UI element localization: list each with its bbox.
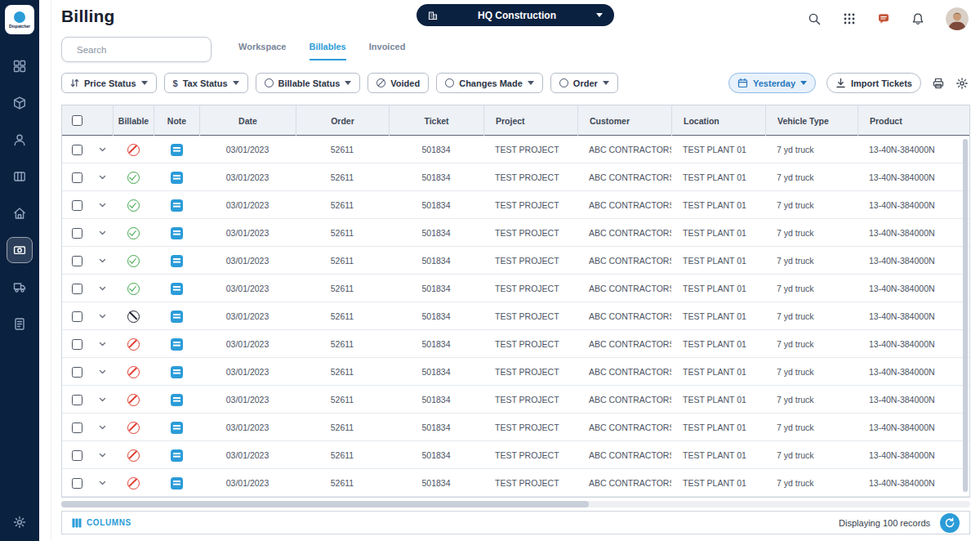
sidebar-item-customers[interactable] [7,127,32,152]
note-icon[interactable] [171,255,183,267]
note-icon[interactable] [171,283,183,295]
col-header-product[interactable]: Product [858,105,969,136]
col-header-location[interactable]: Location [671,105,765,136]
refresh-button[interactable] [940,513,960,533]
row-checkbox[interactable] [72,145,82,155]
expand-chevron-icon[interactable] [98,229,107,237]
col-header-project[interactable]: Project [483,105,577,136]
expand-chevron-icon[interactable] [98,451,107,459]
note-icon[interactable] [171,366,183,378]
col-header-ticket[interactable]: Ticket [389,105,483,136]
row-checkbox[interactable] [72,339,82,350]
note-icon[interactable] [171,311,183,323]
sidebar-item-orders[interactable] [7,91,32,115]
order-filter[interactable]: Order [550,73,618,93]
app-logo[interactable]: Dispatcher [5,5,34,34]
tab-billables[interactable]: Billables [310,42,346,60]
sidebar-item-billing[interactable] [7,238,32,262]
note-icon[interactable] [171,227,183,239]
search-input[interactable] [77,45,203,55]
print-icon[interactable] [932,77,945,90]
expand-chevron-icon[interactable] [98,257,107,265]
settings-gear-icon[interactable] [956,77,969,90]
table-row[interactable]: 03/01/2023 52611 501834 TEST PROJECT ABC… [62,386,969,414]
columns-button[interactable]: COLUMNS [72,518,131,528]
horizontal-scrollbar-track[interactable] [61,501,970,507]
table-row[interactable]: 03/01/2023 52611 501834 TEST PROJECT ABC… [62,275,969,302]
col-header-note[interactable]: Note [154,105,199,136]
tab-invoiced[interactable]: Invoiced [369,42,406,60]
col-header-date[interactable]: Date [199,105,296,136]
tax-status-filter[interactable]: $ Tax Status [164,73,248,93]
row-checkbox[interactable] [72,395,82,405]
col-header-vehicle-type[interactable]: Vehicle Type [765,105,858,136]
table-row[interactable]: 03/01/2023 52611 501834 TEST PROJECT ABC… [62,136,969,163]
note-icon[interactable] [171,449,183,462]
expand-chevron-icon[interactable] [98,145,107,154]
row-checkbox[interactable] [72,256,82,266]
note-icon[interactable] [171,199,183,212]
table-row[interactable]: 03/01/2023 52611 501834 TEST PROJECT ABC… [62,191,969,219]
expand-chevron-icon[interactable] [98,368,107,376]
import-tickets-button[interactable]: Import Tickets [826,73,921,93]
note-icon[interactable] [171,172,183,184]
sidebar-item-plants[interactable] [7,201,32,226]
horizontal-scrollbar-thumb[interactable] [61,501,589,507]
cell-order: 52611 [296,219,389,247]
notifications-bell-icon[interactable] [911,12,924,25]
expand-chevron-icon[interactable] [98,201,107,209]
sidebar-item-settings[interactable] [7,510,32,534]
note-icon[interactable] [171,394,183,406]
expand-chevron-icon[interactable] [98,340,107,348]
row-checkbox[interactable] [72,423,82,433]
org-selector[interactable]: HQ Construction [416,4,614,26]
user-avatar[interactable] [946,7,969,30]
col-header-customer[interactable]: Customer [577,105,671,136]
select-all-checkbox[interactable] [72,115,82,126]
row-checkbox[interactable] [72,228,82,239]
note-icon[interactable] [171,144,183,156]
sidebar-item-trucks[interactable] [7,275,32,299]
sidebar-item-reports[interactable] [7,311,32,336]
row-checkbox[interactable] [72,478,82,489]
table-row[interactable]: 03/01/2023 52611 501834 TEST PROJECT ABC… [62,358,969,386]
col-header-billable[interactable]: Billable [113,105,154,136]
note-icon[interactable] [171,422,183,434]
vertical-scrollbar[interactable] [963,139,968,492]
expand-chevron-icon[interactable] [98,423,107,431]
table-row[interactable]: 03/01/2023 52611 501834 TEST PROJECT ABC… [62,469,969,497]
row-checkbox[interactable] [72,284,82,294]
row-checkbox[interactable] [72,172,82,183]
expand-chevron-icon[interactable] [98,312,107,320]
row-checkbox[interactable] [72,200,82,211]
note-icon[interactable] [171,338,183,351]
voided-filter[interactable]: Voided [368,73,429,93]
tab-workspace[interactable]: Workspace [238,42,287,60]
table-row[interactable]: 03/01/2023 52611 501834 TEST PROJECT ABC… [62,163,969,191]
sidebar-item-dashboard[interactable] [7,54,32,78]
sidebar-item-tickets[interactable] [7,164,32,189]
col-header-order[interactable]: Order [296,105,389,136]
cell-product: 13-40N-384000N [858,191,969,219]
apps-grid-icon[interactable] [843,12,856,25]
changes-made-filter[interactable]: Changes Made [436,73,543,93]
search-icon[interactable] [808,12,822,26]
price-status-filter[interactable]: Price Status [61,73,157,93]
table-row[interactable]: 03/01/2023 52611 501834 TEST PROJECT ABC… [62,247,969,275]
row-checkbox[interactable] [72,450,82,461]
expand-chevron-icon[interactable] [98,479,107,487]
chat-icon[interactable] [877,12,890,25]
expand-chevron-icon[interactable] [98,396,107,404]
date-range-filter[interactable]: Yesterday [728,73,816,93]
expand-chevron-icon[interactable] [98,173,107,181]
billable-status-filter[interactable]: Billable Status [256,73,361,93]
note-icon[interactable] [171,477,183,490]
row-checkbox[interactable] [72,367,82,378]
table-row[interactable]: 03/01/2023 52611 501834 TEST PROJECT ABC… [62,441,969,469]
row-checkbox[interactable] [72,311,82,322]
table-row[interactable]: 03/01/2023 52611 501834 TEST PROJECT ABC… [62,302,969,330]
table-row[interactable]: 03/01/2023 52611 501834 TEST PROJECT ABC… [62,414,969,441]
expand-chevron-icon[interactable] [98,284,107,293]
table-row[interactable]: 03/01/2023 52611 501834 TEST PROJECT ABC… [62,219,969,247]
table-row[interactable]: 03/01/2023 52611 501834 TEST PROJECT ABC… [62,330,969,358]
